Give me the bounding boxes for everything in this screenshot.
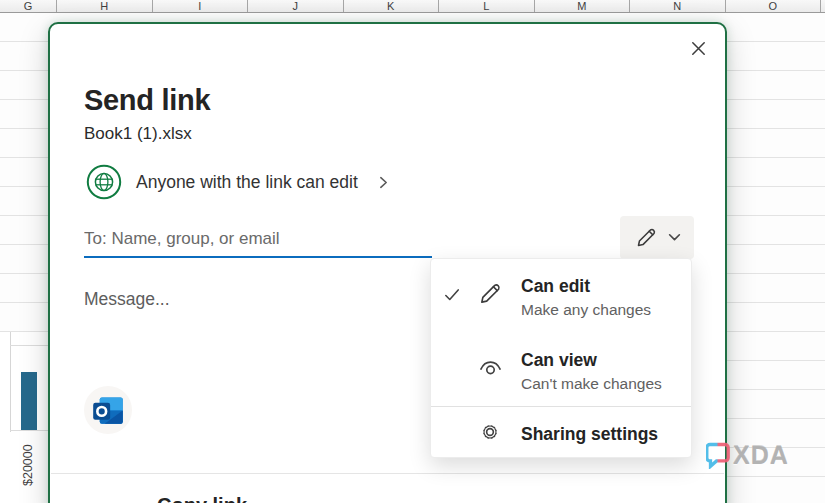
chart-bar xyxy=(21,372,37,430)
xda-bubble-icon xyxy=(706,442,730,469)
message-input[interactable] xyxy=(84,289,424,379)
column-header[interactable]: H xyxy=(57,0,153,12)
column-header[interactable]: N xyxy=(630,0,726,12)
chart-axis-line xyxy=(10,332,11,432)
watermark-text: XDA xyxy=(733,441,789,470)
chart-axis-tick-label: $20000 xyxy=(13,435,43,495)
close-button[interactable] xyxy=(686,36,710,60)
permission-menu: Can edit Make any changes Can view Can't… xyxy=(430,258,692,458)
column-header[interactable]: K xyxy=(344,0,440,12)
chart-fragment: $20000 xyxy=(0,332,48,503)
dialog-divider xyxy=(51,473,724,474)
chevron-right-icon xyxy=(378,175,389,190)
to-input[interactable] xyxy=(84,222,432,258)
dialog-file-name: Book1 (1).xlsx xyxy=(84,124,192,144)
link-permission-summary[interactable]: Anyone with the link can edit xyxy=(80,161,395,203)
menu-item-can-view[interactable] xyxy=(431,341,691,404)
column-header[interactable]: M xyxy=(535,0,631,12)
chevron-down-icon xyxy=(668,233,681,242)
chart-gridline xyxy=(10,430,48,431)
watermark: XDA xyxy=(706,441,789,470)
menu-item-can-edit[interactable] xyxy=(431,267,691,332)
copy-link-section-label: Copy link xyxy=(157,494,247,503)
menu-item-sharing-settings[interactable] xyxy=(431,407,691,457)
column-header[interactable]: J xyxy=(248,0,344,12)
outlook-button[interactable] xyxy=(84,386,132,434)
outlook-icon xyxy=(91,393,126,428)
message-field-wrapper xyxy=(84,289,424,379)
globe-icon xyxy=(86,164,122,200)
chart-gridline xyxy=(10,345,48,346)
dialog-title: Send link xyxy=(84,84,210,117)
column-header[interactable]: I xyxy=(153,0,249,12)
column-header[interactable]: G xyxy=(0,0,57,12)
column-header[interactable]: L xyxy=(439,0,535,12)
permission-dropdown-button[interactable] xyxy=(620,216,694,259)
column-header-row: G H I J K L M N O xyxy=(0,0,825,13)
pencil-icon xyxy=(634,225,659,250)
column-header[interactable]: O xyxy=(726,0,822,12)
to-field-wrapper xyxy=(84,222,432,258)
screen: G H I J K L M N O $20000 Send link Book1… xyxy=(0,0,825,503)
close-icon xyxy=(689,39,708,58)
permission-summary-label: Anyone with the link can edit xyxy=(136,172,358,193)
